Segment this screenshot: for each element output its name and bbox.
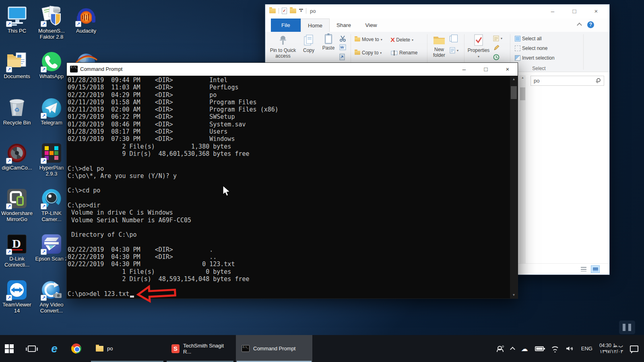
properties-qat-icon[interactable]: ✓ (282, 8, 287, 14)
taskbar-button-command-prompt[interactable]: C:\_ Command Prompt (236, 335, 312, 362)
ribbon-copy-path[interactable] (339, 44, 346, 50)
ribbon-label: Paste (319, 45, 338, 51)
copy-path-icon (339, 44, 346, 50)
explorer-scrollbar[interactable]: ▲ (520, 75, 526, 264)
desktop-icon-digicamcontrol[interactable]: ↗ digiCamCo... (0, 142, 34, 171)
mirrorgo-icon: ↗ (6, 187, 28, 210)
ribbon-delete[interactable]: X Delete ▾ (391, 37, 413, 43)
language-indicator[interactable]: ENG (581, 345, 592, 352)
ribbon-select-all[interactable]: Select all (515, 36, 542, 41)
ribbon-invert-selection[interactable]: Invert selection (515, 55, 555, 61)
desktop-icon-teamviewer[interactable]: ↗ TeamViewer 14 (0, 279, 34, 314)
action-center-icon[interactable] (630, 345, 638, 352)
close-button[interactable]: × (503, 65, 512, 74)
hyperplan-icon: ↗ (40, 142, 63, 164)
desktop-icon-audacity[interactable]: ↗ Audacity (69, 5, 103, 34)
minimize-button[interactable]: – (460, 65, 469, 74)
desktop-icon-whatsapp[interactable]: ↗ WhatsApp (35, 50, 68, 79)
tab-view[interactable]: View (358, 19, 384, 32)
volume-icon[interactable] (566, 346, 574, 352)
maximize-button[interactable]: □ (570, 7, 579, 16)
start-button[interactable] (0, 335, 19, 362)
desktop-icon-epson-scan[interactable]: ↗ Epson Scan 2 (35, 233, 68, 262)
chrome-button[interactable] (67, 335, 85, 362)
tplink-camera-icon: ↗ (40, 187, 63, 210)
ribbon-copy[interactable]: Copy (299, 34, 319, 53)
onedrive-icon[interactable]: ☁ (521, 345, 528, 353)
ribbon-easy-access[interactable]: ▾ (450, 47, 458, 54)
desktop-icon-mirrorgo[interactable]: ↗ Wondershare MirrorGo (0, 187, 34, 222)
task-view-button[interactable] (23, 335, 41, 362)
thumbnail-view-button[interactable] (591, 265, 600, 273)
thumbnail-view-icon (593, 267, 598, 271)
desktop-icon-documents[interactable]: ↗ Documents (0, 50, 34, 79)
desktop-icon-label: Documents (0, 73, 34, 79)
terminal-output[interactable]: 01/28/2019 09:44 PM <DIR> Intel 09/15/20… (68, 77, 279, 298)
maximize-button[interactable]: □ (481, 65, 490, 74)
cmd-titlebar[interactable]: C:\_ Command Prompt – □ × (67, 63, 518, 76)
minimize-ribbon-icon[interactable] (577, 23, 582, 28)
ribbon-cut[interactable] (339, 35, 346, 42)
any-video-converter-icon: ↗ (40, 279, 63, 301)
desktop-icon-hyperplan[interactable]: ↗ HyperPlan 2.9.3 (35, 142, 68, 177)
scroll-up-icon[interactable]: ▲ (520, 76, 526, 79)
minimize-button[interactable]: – (548, 7, 557, 16)
wifi-icon[interactable] (551, 345, 559, 352)
desktop-icon-this-pc[interactable]: ↗ This PC (0, 5, 34, 34)
window-title: po (310, 8, 316, 14)
explorer-caption-buttons: – □ × (548, 7, 601, 16)
windows-logo-icon (5, 344, 14, 353)
ribbon-pin-to-quick-access[interactable]: Pin to Quick access (268, 34, 297, 59)
help-icon[interactable]: ? (587, 21, 594, 28)
desktop-icon-tplink-camera[interactable]: ↗ TP-LINK Camer... (35, 187, 68, 222)
taskbar-button-po[interactable]: po (90, 335, 164, 362)
scrollbar-thumb[interactable] (520, 87, 525, 100)
dropdown-icon: ▾ (380, 51, 382, 55)
ribbon-new-folder[interactable]: New folder (429, 34, 449, 58)
people-icon[interactable] (497, 345, 504, 352)
scroll-down-icon[interactable]: ▼ (510, 293, 518, 297)
scroll-up-icon[interactable]: ▲ (510, 77, 518, 81)
search-input[interactable]: po (530, 76, 604, 86)
scrollbar-thumb[interactable] (511, 86, 517, 99)
copy-icon (303, 34, 314, 46)
cmd-scrollbar[interactable]: ▲ ▼ (510, 76, 518, 298)
ribbon-label: Properties (466, 48, 491, 53)
clock[interactable]: 04:30 ب.ظ ۱۳۹۷/۱۲/۰۳ (599, 343, 623, 355)
ribbon-rename[interactable]: Rename (391, 50, 417, 56)
desktop-icon-mohsen-faktor[interactable]: ↗ MohsenS... Faktor 2.8 (35, 5, 68, 40)
tray-overflow-icon[interactable] (510, 347, 515, 352)
taskbar-button-snagit[interactable]: S TechSmith Snagit R... (166, 335, 234, 362)
desktop-icon-recycle-bin[interactable]: ♻ Recycle Bin (0, 97, 34, 126)
details-view-button[interactable] (580, 265, 588, 273)
dropdown-icon: ▾ (412, 38, 413, 42)
ribbon-history[interactable] (493, 54, 500, 60)
shortcut-arrow-icon: ↗ (41, 66, 47, 72)
shortcut-arrow-icon: ↗ (6, 249, 12, 255)
ribbon-open[interactable]: ▾ (493, 35, 502, 41)
ribbon-new-item[interactable]: ▾ (450, 36, 458, 41)
explorer-titlebar[interactable]: ✓ ▾ po – □ × (265, 4, 609, 19)
ribbon-move-to[interactable]: Move to ▾ (355, 37, 382, 42)
dropdown-icon: ▾ (457, 49, 458, 52)
desktop-icon-label: HyperPlan 2.9.3 (35, 165, 68, 177)
new-folder-qat-icon[interactable] (290, 8, 296, 13)
battery-icon[interactable] (535, 346, 544, 351)
ribbon-select-none[interactable]: Select none (515, 46, 547, 51)
recycle-bin-glyph: ♻ (6, 97, 28, 119)
desktop-icon-telegram[interactable]: ↗ Telegram (35, 97, 68, 126)
desktop-icon-dlink[interactable]: D ↗ D-Link Connecti... (0, 233, 34, 268)
close-button[interactable]: × (592, 7, 601, 16)
qat-customize-icon[interactable]: ▾ (299, 9, 303, 13)
ribbon-paste-shortcut[interactable] (339, 53, 345, 60)
ribbon-paste[interactable]: Paste (319, 34, 338, 51)
tab-file[interactable]: File (271, 19, 301, 32)
internet-explorer-button[interactable]: e (45, 335, 64, 362)
ribbon-edit[interactable] (493, 45, 500, 51)
tab-home[interactable]: Home (301, 19, 330, 32)
folder-icon[interactable] (269, 8, 276, 13)
ribbon-copy-to[interactable]: Copy to ▾ (355, 50, 382, 56)
desktop-icon-any-video-converter[interactable]: ↗ Any Video Convert... (35, 279, 68, 314)
ribbon-properties[interactable]: Properties ▾ (466, 34, 491, 60)
tab-share[interactable]: Share (330, 19, 358, 32)
